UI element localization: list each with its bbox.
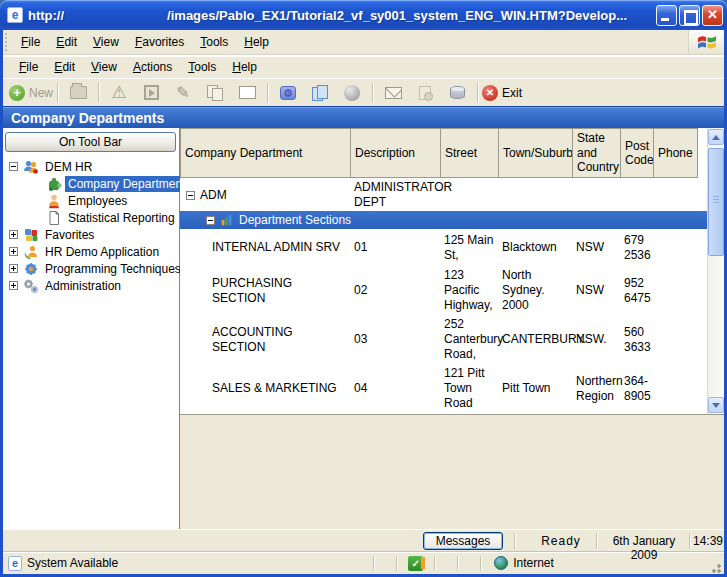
- sidebar-item-programming-techniques[interactable]: Programming Techniques: [3, 260, 179, 277]
- column-header[interactable]: Post Code: [620, 128, 654, 178]
- column-header[interactable]: Street: [440, 128, 499, 178]
- cell-state: NSW.: [572, 315, 620, 364]
- table-header-row: Company Department Description Street To…: [180, 128, 707, 178]
- maximize-button[interactable]: [679, 5, 700, 26]
- browser-menu-favorites[interactable]: Favorites: [127, 32, 192, 52]
- database-button[interactable]: [441, 81, 473, 105]
- vertical-scrollbar[interactable]: [707, 128, 724, 414]
- statusbar-separator: [434, 556, 435, 571]
- open-button[interactable]: [62, 81, 94, 105]
- app-menu-view[interactable]: View: [83, 57, 125, 77]
- warning-button[interactable]: ⚠: [103, 81, 135, 105]
- browser-menu-view[interactable]: View: [85, 32, 127, 52]
- resize-grip[interactable]: [709, 561, 722, 574]
- table-row[interactable]: INTERNAL ADMIN SRV 01 125 Main St, Black…: [180, 229, 707, 266]
- departments-table: Company Department Description Street To…: [180, 128, 724, 415]
- scroll-down-button[interactable]: [708, 397, 724, 413]
- column-header[interactable]: Description: [350, 128, 441, 178]
- sidebar-item-hr-demo-application[interactable]: HR Demo Application: [3, 243, 179, 260]
- sidebar-item-statistical-reporting[interactable]: Statistical Reporting: [3, 209, 179, 226]
- column-header[interactable]: Company Department: [180, 128, 351, 178]
- column-header[interactable]: Town/Suburb: [498, 128, 573, 178]
- toolbar-separator: [57, 83, 58, 103]
- messages-button[interactable]: Messages: [423, 532, 503, 550]
- app-menu-tools[interactable]: Tools: [180, 57, 224, 77]
- browser-menu-file[interactable]: File: [13, 32, 48, 52]
- cell-street: 121 Pitt Town Road: [440, 364, 498, 413]
- column-header[interactable]: Phone: [653, 128, 698, 178]
- expand-plus-icon[interactable]: [9, 247, 18, 256]
- play-button[interactable]: [135, 81, 167, 105]
- edit-note-button[interactable]: ✎: [167, 81, 199, 105]
- expand-plus-icon[interactable]: [9, 264, 18, 273]
- arrow-down-icon: [712, 403, 720, 408]
- cell-postcode: 952 6475: [620, 266, 653, 315]
- cell-town: Woodsville: [498, 413, 572, 414]
- expand-minus-icon[interactable]: [9, 162, 18, 171]
- green-check-icon: ✓: [408, 556, 423, 571]
- blank-form-button[interactable]: [231, 81, 263, 105]
- app-menu-actions[interactable]: Actions: [125, 57, 180, 77]
- app-status-bar: Messages Ready 6th January 2009 14:39: [3, 529, 724, 551]
- group-description: ADMINISTRATOR DEPT: [350, 178, 440, 212]
- envelope-icon: [385, 87, 402, 99]
- sidebar-item-administration[interactable]: Administration: [3, 277, 179, 294]
- copy-icon: [207, 85, 223, 100]
- sphere-icon: [344, 85, 360, 101]
- scroll-up-button[interactable]: [708, 129, 724, 145]
- table-row-adm[interactable]: ADM ADMINISTRATOR DEPT: [180, 178, 707, 211]
- cell-phone: [653, 364, 697, 413]
- statusbar-separator: [596, 533, 597, 549]
- sidebar-item-dem-hr[interactable]: DEM HR: [3, 158, 179, 175]
- documents-button[interactable]: [304, 81, 336, 105]
- exit-button[interactable]: ✕ Exit: [482, 81, 522, 105]
- close-button[interactable]: [702, 5, 723, 26]
- new-button[interactable]: + New: [9, 81, 53, 105]
- expand-minus-icon[interactable]: [186, 191, 195, 200]
- monitor-settings-button[interactable]: ⚙: [272, 81, 304, 105]
- browser-menu-tools[interactable]: Tools: [192, 32, 236, 52]
- copy-button[interactable]: [199, 81, 231, 105]
- scrollbar-thumb[interactable]: [708, 148, 724, 256]
- documents-icon: [312, 85, 328, 100]
- sidebar-item-company-departments[interactable]: Company Departments: [3, 175, 179, 192]
- cell-description: 03: [350, 315, 440, 364]
- people-group-icon: [23, 159, 39, 175]
- cell-street: 123 Pacific Highway,: [440, 266, 498, 315]
- security-zone-label: Internet: [513, 556, 554, 570]
- sidebar-item-employees[interactable]: Employees: [3, 192, 179, 209]
- section-banner-label: Department Sections: [239, 213, 351, 227]
- browser-status-text: System Available: [27, 556, 118, 570]
- app-menu-file[interactable]: File: [11, 57, 46, 77]
- table-row[interactable]: SALES & MARKETING 04 121 Pitt Town Road …: [180, 364, 707, 413]
- sphere-button[interactable]: [336, 81, 368, 105]
- tree-item-label: Company Departments: [65, 176, 194, 192]
- mail-button[interactable]: [377, 81, 409, 105]
- column-header[interactable]: State and Country: [572, 128, 621, 178]
- arrow-up-icon: [712, 135, 720, 140]
- sidebar-item-favorites[interactable]: Favorites: [3, 226, 179, 243]
- browser-menu-edit[interactable]: Edit: [48, 32, 85, 52]
- app-menu-edit[interactable]: Edit: [46, 57, 83, 77]
- section-banner-department-sections[interactable]: Department Sections: [180, 211, 707, 229]
- table-row[interactable]: PURCHASING SECTION 02 123 Pacific Highwa…: [180, 266, 707, 315]
- table-row[interactable]: MAINTENANCE 05 121 Railway Parade Woodsv…: [180, 413, 707, 414]
- person-green-icon: [23, 244, 39, 260]
- cell-description: 02: [350, 266, 440, 315]
- cell-company-department: INTERNAL ADMIN SRV: [180, 229, 350, 266]
- table-row[interactable]: ACCOUNTING SECTION 03 252 Canterbury Roa…: [180, 315, 707, 364]
- on-tool-bar-button[interactable]: On Tool Bar: [5, 132, 176, 152]
- app-menu-help[interactable]: Help: [224, 57, 265, 77]
- person-icon: [46, 193, 62, 209]
- menubar-gripper-icon: [5, 33, 11, 51]
- expand-minus-icon[interactable]: [206, 216, 215, 225]
- title-bar: e http:// /images/Pablo_EX1/Tutorial2_vf…: [0, 0, 727, 30]
- browser-menu-help[interactable]: Help: [236, 32, 277, 52]
- export-document-button[interactable]: [409, 81, 441, 105]
- cell-street: 125 Main St,: [440, 229, 498, 266]
- toolbar-separator: [372, 83, 373, 103]
- status-text: Ready: [521, 534, 601, 548]
- expand-plus-icon[interactable]: [9, 230, 18, 239]
- minimize-button[interactable]: [656, 5, 677, 26]
- expand-plus-icon[interactable]: [9, 281, 18, 290]
